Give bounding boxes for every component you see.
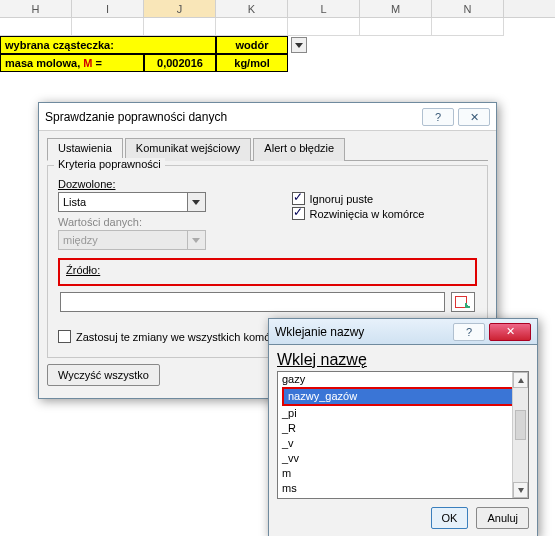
cell[interactable] bbox=[216, 18, 288, 36]
col-header[interactable]: K bbox=[216, 0, 288, 17]
dialog-title: Wklejanie nazwy bbox=[275, 325, 449, 339]
col-header[interactable]: M bbox=[360, 0, 432, 17]
scroll-up-icon[interactable] bbox=[513, 372, 528, 388]
list-item[interactable]: ms bbox=[278, 481, 528, 496]
data-combobox: między bbox=[58, 230, 288, 250]
list-item[interactable]: _v bbox=[278, 436, 528, 451]
dialog-titlebar[interactable]: Wklejanie nazwy ? ✕ bbox=[269, 319, 537, 345]
cell[interactable] bbox=[0, 18, 72, 36]
close-button[interactable]: ✕ bbox=[458, 108, 490, 126]
chevron-down-icon bbox=[188, 230, 206, 250]
paste-name-dialog: Wklejanie nazwy ? ✕ Wklej nazwę gazy naz… bbox=[268, 318, 538, 536]
list-item-selected-highlight: nazwy_gazów bbox=[282, 387, 524, 406]
allowed-label: Dozwolone: bbox=[58, 178, 288, 190]
source-input[interactable] bbox=[60, 292, 445, 312]
checkbox-icon[interactable] bbox=[292, 192, 305, 205]
range-picker-icon[interactable] bbox=[451, 292, 475, 312]
value-cell-molecule[interactable]: wodór bbox=[216, 36, 288, 54]
value-cell-molar-mass[interactable]: 0,002016 bbox=[144, 54, 216, 72]
sheet-row bbox=[0, 18, 555, 36]
label-cell-molecule[interactable]: wybrana cząsteczka: bbox=[0, 36, 216, 54]
spreadsheet-area: H I J K L M N wybrana cząsteczka: wodór … bbox=[0, 0, 555, 90]
col-header[interactable]: J bbox=[144, 0, 216, 17]
source-label: Źródło: bbox=[66, 264, 469, 276]
dialog-titlebar[interactable]: Sprawdzanie poprawności danych ? ✕ bbox=[39, 103, 496, 131]
checkbox-label: Rozwinięcia w komórce bbox=[310, 208, 425, 220]
source-highlight-box: Źródło: bbox=[58, 258, 477, 286]
col-header[interactable]: N bbox=[432, 0, 504, 17]
col-header[interactable]: L bbox=[288, 0, 360, 17]
scroll-thumb[interactable] bbox=[515, 410, 526, 440]
ignore-blank-checkbox-row[interactable]: Ignoruj puste bbox=[292, 192, 476, 205]
chevron-down-icon[interactable] bbox=[188, 192, 206, 212]
ok-button[interactable]: OK bbox=[431, 507, 469, 529]
cell[interactable] bbox=[360, 18, 432, 36]
help-button[interactable]: ? bbox=[422, 108, 454, 126]
sheet-row: wybrana cząsteczka: wodór bbox=[0, 36, 555, 54]
scroll-down-icon[interactable] bbox=[513, 482, 528, 498]
list-item[interactable]: _vv bbox=[278, 451, 528, 466]
data-value: między bbox=[58, 230, 188, 250]
col-header[interactable]: H bbox=[0, 0, 72, 17]
list-item[interactable]: nazwy_gazów bbox=[284, 389, 522, 404]
cell[interactable] bbox=[432, 18, 504, 36]
label-text: masa molowa, bbox=[5, 57, 83, 69]
cell[interactable] bbox=[144, 18, 216, 36]
sheet-row: masa molowa, M = 0,002016 kg/mol bbox=[0, 54, 555, 72]
cell[interactable] bbox=[72, 18, 144, 36]
tab-error-alert[interactable]: Alert o błędzie bbox=[253, 138, 345, 161]
clear-all-button[interactable]: Wyczyść wszystko bbox=[47, 364, 160, 386]
list-item[interactable]: m bbox=[278, 466, 528, 481]
label-cell-molar-mass[interactable]: masa molowa, M = bbox=[0, 54, 144, 72]
unit-cell-molar-mass[interactable]: kg/mol bbox=[216, 54, 288, 72]
list-item[interactable]: gazy bbox=[278, 372, 528, 387]
checkbox-label: Ignoruj puste bbox=[310, 193, 374, 205]
cell[interactable] bbox=[288, 18, 360, 36]
list-item[interactable]: _pi bbox=[278, 406, 528, 421]
list-item[interactable]: _R bbox=[278, 421, 528, 436]
column-headers: H I J K L M N bbox=[0, 0, 555, 18]
allowed-combobox[interactable]: Lista bbox=[58, 192, 288, 212]
listbox-scrollbar[interactable] bbox=[512, 372, 528, 498]
list-label: Wklej nazwę bbox=[277, 351, 529, 369]
data-label: Wartości danych: bbox=[58, 216, 288, 228]
label-text: = bbox=[92, 57, 101, 69]
group-legend: Kryteria poprawności bbox=[54, 158, 165, 170]
col-header[interactable]: I bbox=[72, 0, 144, 17]
help-button[interactable]: ? bbox=[453, 323, 485, 341]
cancel-button[interactable]: Anuluj bbox=[476, 507, 529, 529]
names-listbox[interactable]: gazy nazwy_gazów _pi _R _v _vv m ms bbox=[277, 371, 529, 499]
allowed-value: Lista bbox=[58, 192, 188, 212]
checkbox-icon[interactable] bbox=[58, 330, 71, 343]
in-cell-dropdown-checkbox-row[interactable]: Rozwinięcia w komórce bbox=[292, 207, 476, 220]
cell-dropdown-button[interactable] bbox=[291, 37, 307, 53]
close-button[interactable]: ✕ bbox=[489, 323, 531, 341]
checkbox-icon[interactable] bbox=[292, 207, 305, 220]
dialog-title: Sprawdzanie poprawności danych bbox=[45, 110, 418, 124]
